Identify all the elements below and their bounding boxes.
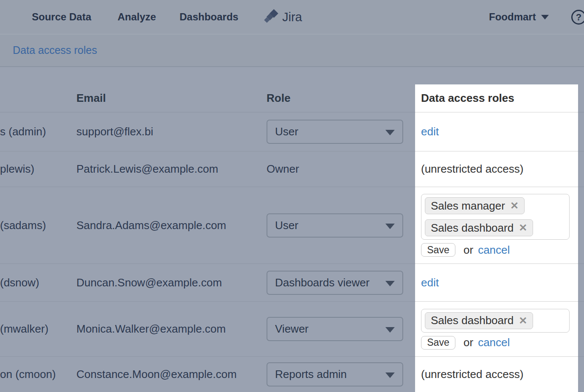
role-tag: Sales dashboard ✕	[425, 219, 533, 236]
user-name: (mwalker)	[0, 302, 74, 356]
role-select-value: User	[275, 219, 298, 232]
access-text: (unrestricted access)	[415, 357, 578, 392]
user-name: (sadams)	[0, 187, 74, 263]
remove-tag-icon[interactable]: ✕	[519, 316, 527, 326]
dropdown-caret-icon	[385, 372, 395, 378]
top-nav: me Source Data Analyze Dashboards Jira F…	[0, 0, 584, 34]
help-button[interactable]: ?	[571, 10, 584, 25]
user-email: Monica.Walker@example.com	[76, 302, 263, 356]
or-text: or	[463, 244, 473, 257]
header-email: Email	[76, 84, 263, 112]
or-text: or	[463, 336, 473, 349]
role-tag-label: Sales manager	[431, 199, 505, 213]
dropdown-caret-icon	[385, 130, 395, 135]
role-tag-label: Sales dashboard	[431, 314, 514, 327]
cancel-link[interactable]: cancel	[478, 244, 510, 257]
user-name: on (cmoon)	[0, 357, 74, 392]
role-select-value: User	[275, 125, 298, 138]
access-text: (unrestricted access)	[415, 151, 578, 187]
nav-item-source-data[interactable]: Source Data	[32, 0, 91, 34]
cancel-link[interactable]: cancel	[478, 336, 510, 349]
access-roles-input[interactable]: Sales manager ✕ Sales dashboard ✕	[421, 194, 570, 240]
nav-item-dashboards[interactable]: Dashboards	[180, 0, 239, 34]
user-name: (dsnow)	[0, 264, 74, 301]
role-select-value: Viewer	[275, 322, 309, 336]
jira-label: Jira	[282, 10, 302, 24]
role-select[interactable]: User	[267, 120, 403, 144]
account-name: Foodmart	[489, 11, 536, 23]
dropdown-caret-icon	[385, 224, 395, 229]
edit-access-link[interactable]: edit	[421, 125, 439, 138]
remove-tag-icon[interactable]: ✕	[519, 223, 527, 233]
role-select[interactable]: Viewer	[267, 317, 403, 341]
user-name: plewis)	[0, 151, 74, 187]
access-roles-input[interactable]: Sales dashboard ✕	[421, 309, 570, 333]
role-text: Owner	[267, 151, 407, 187]
breadcrumb-data-access-roles[interactable]: Data access roles	[13, 34, 97, 66]
role-select[interactable]: Reports admin	[267, 362, 403, 386]
role-tag: Sales manager ✕	[425, 197, 525, 214]
role-select-value: Reports admin	[275, 368, 347, 381]
dropdown-caret-icon	[385, 327, 395, 333]
help-icon: ?	[576, 12, 581, 23]
save-button[interactable]: Save	[421, 336, 455, 350]
role-select[interactable]: User	[267, 213, 403, 238]
role-tag: Sales dashboard ✕	[425, 312, 533, 329]
nav-item-jira[interactable]: Jira	[263, 0, 302, 34]
user-email: Constance.Moon@example.com	[76, 357, 263, 392]
user-email: Sandra.Adams@example.com	[76, 187, 263, 263]
dropdown-caret-icon	[385, 281, 395, 286]
user-email: Patrick.Lewis@example.com	[76, 151, 263, 187]
nav-item-analyze[interactable]: Analyze	[118, 0, 156, 34]
user-name: s (admin)	[0, 112, 74, 151]
edit-access-link[interactable]: edit	[421, 276, 439, 289]
remove-tag-icon[interactable]: ✕	[510, 201, 519, 211]
save-button[interactable]: Save	[421, 243, 455, 257]
user-email: support@flex.bi	[76, 112, 263, 151]
account-menu[interactable]: Foodmart	[489, 0, 549, 34]
role-select[interactable]: Dashboards viewer	[267, 271, 403, 295]
header-data-access-roles: Data access roles	[415, 84, 578, 112]
jira-logo-icon	[263, 8, 279, 26]
role-select-value: Dashboards viewer	[275, 276, 370, 289]
data-access-roles-column: Data access roles edit (unrestricted acc…	[415, 84, 578, 392]
header-role: Role	[267, 84, 407, 112]
chevron-down-icon	[541, 15, 549, 20]
role-tag-label: Sales dashboard	[431, 221, 514, 235]
breadcrumb-bar: Data access roles	[0, 34, 584, 67]
user-email: Duncan.Snow@example.com	[76, 264, 263, 301]
